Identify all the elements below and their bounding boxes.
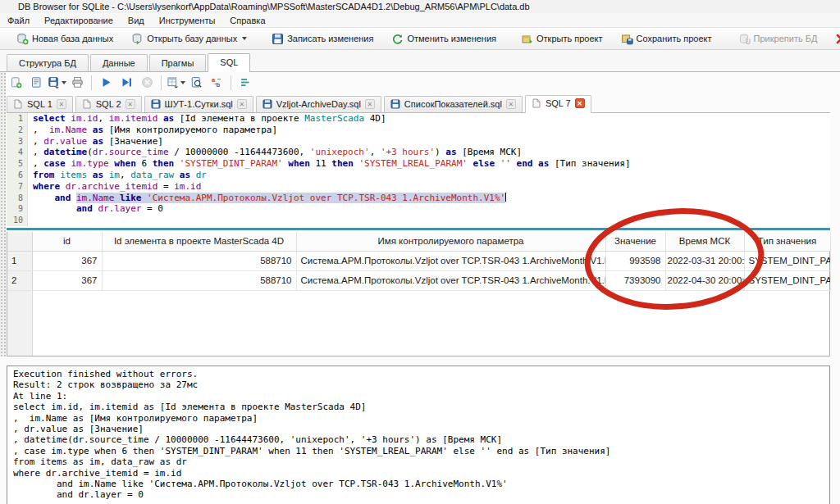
cell-time[interactable]: 2022-04-30 20:00:00	[665, 270, 744, 290]
column-header[interactable]: Имя контролируемого параметра	[296, 232, 605, 251]
toolbar-button-label: Отменить изменения	[407, 34, 496, 43]
cell-name[interactable]: Система.АРМ.Протоколы.Vzljot over TCP.TS…	[296, 270, 605, 290]
sql-doc-icon	[13, 99, 23, 109]
toolbar-button-revert-changes[interactable]: Отменить изменения	[383, 30, 504, 48]
print-icon	[71, 76, 84, 89]
save-results-icon	[167, 76, 179, 89]
cell-type[interactable]: SYSTEM_DINT_PARAM	[744, 270, 830, 290]
menu-item-3[interactable]: Инструменты	[152, 15, 223, 26]
toolbar-button-save-project[interactable]: Сохранить проект	[613, 30, 720, 48]
close-icon[interactable]: ✕	[506, 99, 516, 109]
cell-type[interactable]: SYSTEM_DINT_PARAM	[744, 251, 830, 270]
column-header[interactable]: Тип значения	[744, 232, 830, 251]
revert-changes-icon	[391, 33, 404, 45]
close-icon[interactable]: ✕	[237, 99, 247, 109]
code-token: dr	[196, 170, 207, 180]
cell-name[interactable]: Система.АРМ.Протоколы.Vzljot over TCP.TS…	[296, 251, 605, 270]
sql-tab-2[interactable]: SQL 2✕	[75, 96, 142, 112]
sql-toolbar: ab	[7, 73, 254, 92]
line-number: 1	[7, 113, 28, 125]
sql-code-editor[interactable]: 1select im.id, im.itemid as [Id элемента…	[7, 113, 830, 230]
column-header[interactable]: Время МСК	[665, 232, 744, 251]
sql-tab-3[interactable]: ШУТ-1.Сутки.sql✕	[144, 96, 253, 112]
sql-toolbar-button-execute-all[interactable]	[97, 74, 115, 91]
results-header-row: idId элемента в проекте MasterScada 4DИм…	[7, 232, 830, 251]
menu-item-2[interactable]: Вид	[121, 15, 152, 26]
log-line: select im.id, im.itemid as [Id элемента …	[13, 402, 829, 412]
code-line: 5, case im.type when 6 then 'SYSTEM_DINT…	[7, 158, 830, 170]
sql-tab-5[interactable]: СписокПоказателей.sql✕	[384, 96, 523, 112]
cell-value[interactable]: 7393090	[605, 270, 665, 290]
cell-time[interactable]: 2022-03-31 20:00:00	[665, 251, 744, 270]
table-row[interactable]: 1367588710Система.АРМ.Протоколы.Vzljot o…	[7, 251, 830, 270]
toolbar-button-open-database[interactable]: Открыть базу данных	[123, 30, 255, 48]
code-token: then	[326, 158, 359, 169]
close-icon[interactable]: ✕	[575, 98, 585, 108]
menu-item-4[interactable]: Справка	[222, 15, 272, 26]
close-icon[interactable]: ✕	[365, 99, 375, 109]
sql-toolbar-button-execute-line[interactable]	[117, 74, 135, 91]
sql-toolbar-button-print[interactable]	[68, 74, 86, 91]
tab-прагмы[interactable]: Прагмы	[149, 54, 207, 71]
cell-id[interactable]: 367	[32, 270, 102, 290]
svg-text:b: b	[216, 81, 220, 89]
sql-toolbar-button-find[interactable]	[187, 74, 205, 91]
cell-id[interactable]: 367	[32, 251, 102, 270]
column-header[interactable]: id	[32, 232, 102, 251]
sql-toolbar-button-save-results[interactable]	[167, 74, 185, 91]
code-token: then	[147, 158, 180, 169]
toolbar-button-open-project[interactable]: Открыть проект	[513, 30, 611, 48]
sql-toolbar-button-replace[interactable]: ab	[208, 74, 226, 91]
tab-структура-бд[interactable]: Структура БД	[7, 54, 89, 71]
column-header[interactable]: Id элемента в проекте MasterScada 4D	[102, 232, 296, 251]
sql-toolbar-button-settings-list[interactable]	[236, 74, 254, 91]
execution-log[interactable]: Execution finished without errors.Result…	[7, 366, 830, 504]
cell-num[interactable]: 2	[7, 270, 32, 290]
sql-tab-4[interactable]: Vzljot-ArchiveDay.sql✕	[256, 96, 381, 112]
window-title: DB Browser for SQLite - C:\Users\lysenko…	[18, 2, 530, 11]
code-token: else	[468, 158, 500, 169]
code-text: where dr.archive_itemid = im.id	[28, 181, 201, 193]
line-number: 2	[7, 125, 28, 136]
sql-toolbar-button-new-sql-tab[interactable]	[7, 74, 25, 91]
attach-database-icon	[738, 33, 751, 45]
sql-toolbar-button-save-sql-file[interactable]	[48, 74, 66, 91]
cell-value[interactable]: 993598	[605, 251, 665, 270]
menu-item-1[interactable]: Редактирование	[37, 15, 121, 26]
log-line: Execution finished without errors.	[13, 369, 829, 379]
toolbar-button-close-database[interactable]: Закрыть базу данных	[827, 30, 840, 48]
log-line: and dr.layer = 0	[13, 489, 829, 500]
cell-itemid[interactable]: 588710	[102, 270, 296, 290]
toolbar-button-write-changes[interactable]: Записать изменения	[263, 30, 381, 48]
sql-tab-6[interactable]: SQL 7✕	[525, 95, 591, 113]
sql-doc-icon	[532, 98, 541, 108]
toolbar-button-new-database[interactable]: Новая база данных	[8, 30, 121, 48]
open-sql-file-icon	[30, 76, 43, 89]
close-icon[interactable]: ✕	[126, 99, 135, 109]
sql-tab-label: ШУТ-1.Сутки.sql	[165, 99, 233, 109]
toolbar-button-label: Открыть проект	[536, 34, 603, 43]
cell-itemid[interactable]: 588710	[102, 251, 296, 270]
log-line: , case im.type when 6 then 'SYSTEM_DINT_…	[13, 446, 829, 456]
sql-toolbar-button-open-sql-file[interactable]	[27, 74, 45, 91]
code-token: im	[109, 170, 120, 180]
new-database-icon	[16, 33, 29, 45]
tab-sql[interactable]: SQL	[208, 53, 250, 72]
code-token: [Тип значения]	[555, 158, 631, 169]
tab-данные[interactable]: Данные	[90, 54, 148, 71]
close-icon[interactable]: ✕	[57, 99, 66, 109]
line-number: 8	[7, 193, 28, 204]
results-table: idId элемента в проекте MasterScada 4DИм…	[7, 232, 831, 291]
code-token: like	[114, 193, 147, 203]
sql-tab-1[interactable]: SQL 1✕	[7, 96, 73, 112]
panel-drag-handle[interactable]	[0, 72, 6, 356]
cell-num[interactable]: 1	[7, 251, 32, 270]
log-line: where dr.archive_itemid = im.id	[13, 468, 829, 479]
main-toolbar: Новая база данныхОткрыть базу данныхЗапи…	[0, 27, 840, 50]
db-browser-window: DB Browser for SQLite - C:\Users\lysenko…	[0, 0, 840, 504]
table-row[interactable]: 2367588710Система.АРМ.Протоколы.Vzljot o…	[7, 270, 830, 290]
menu-item-0[interactable]: Файл	[0, 15, 37, 26]
column-header[interactable]: Значение	[605, 232, 665, 251]
settings-list-icon	[240, 76, 252, 89]
toolbar-button-label: Прикрепить БД	[754, 34, 818, 43]
